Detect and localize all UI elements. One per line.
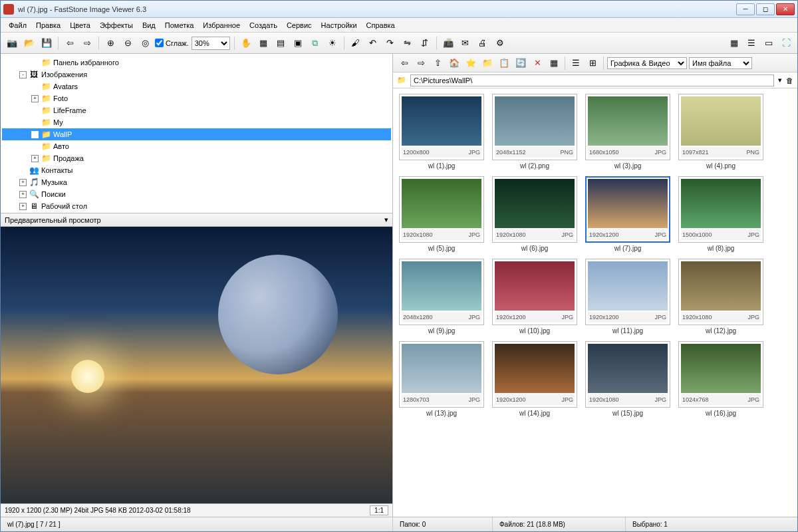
expand-icon[interactable]: + (19, 191, 27, 198)
scanner-icon[interactable]: 📠 (441, 36, 456, 51)
menu-эффекты[interactable]: Эффекты (96, 20, 137, 31)
thumbnail[interactable]: 1920x1080JPGwl (6).jpg (491, 176, 578, 252)
tree-item[interactable]: +🎵Музыка (2, 176, 391, 188)
thumbnail[interactable]: 1920x1200JPGwl (10).jpg (491, 259, 578, 334)
view-filmstrip-icon[interactable]: ▭ (761, 36, 776, 51)
tree-item[interactable]: -🖼Изображения (2, 68, 391, 80)
view-thumbnails-icon[interactable]: ▦ (727, 36, 741, 51)
menu-создать[interactable]: Создать (245, 20, 281, 31)
thumbnail[interactable]: 1920x1080JPGwl (5).jpg (398, 176, 485, 252)
home-icon[interactable]: 🏠 (447, 56, 462, 70)
next-icon[interactable]: ⇨ (80, 36, 94, 51)
crop-icon[interactable]: ▦ (256, 36, 271, 51)
tree-item[interactable]: +🖥Рабочий стол (2, 200, 391, 212)
menu-файл[interactable]: Файл (5, 20, 31, 31)
refresh-icon[interactable]: 🔄 (513, 56, 528, 70)
tree-item[interactable]: 👥Контакты (2, 164, 391, 176)
open-icon[interactable]: 📂 (22, 36, 37, 51)
menu-цвета[interactable]: Цвета (66, 20, 94, 31)
menu-правка[interactable]: Правка (32, 20, 65, 31)
thumbnail[interactable]: 2048x1152PNGwl (2).png (491, 94, 578, 170)
rotate-right-icon[interactable]: ↷ (383, 36, 398, 51)
fullscreen-icon[interactable]: ⛶ (779, 36, 793, 51)
rotate-left-icon[interactable]: ↶ (366, 36, 380, 51)
menu-справка[interactable]: Справка (362, 20, 399, 31)
expand-icon[interactable]: - (19, 71, 27, 78)
thumbnail[interactable]: 1097x821PNGwl (4).png (678, 94, 764, 170)
filter-select[interactable]: Графика & Видео (607, 57, 687, 69)
thumbnail-grid[interactable]: 1200x800JPGwl (1).jpg2048x1152PNGwl (2).… (393, 88, 797, 517)
save-icon[interactable]: 💾 (39, 36, 54, 51)
menu-настройки[interactable]: Настройки (317, 20, 361, 31)
tree-item[interactable]: 📁LifeFrame (2, 104, 391, 116)
menu-вид[interactable]: Вид (138, 20, 160, 31)
thumbnail[interactable]: 1920x1200JPGwl (11).jpg (585, 259, 671, 334)
preview-area[interactable] (1, 227, 392, 503)
path-input[interactable] (410, 74, 774, 86)
flip-v-icon[interactable]: ⇵ (418, 36, 432, 51)
expand-icon[interactable]: + (31, 95, 39, 102)
favorites-icon[interactable]: ⭐ (464, 56, 478, 70)
delete-icon[interactable]: ✕ (530, 56, 545, 70)
trash-icon[interactable]: 🗑 (786, 76, 793, 84)
email-icon[interactable]: ✉ (458, 36, 473, 51)
flip-h-icon[interactable]: ⇋ (400, 36, 415, 51)
select-all-icon[interactable]: ▦ (547, 56, 561, 70)
thumbnail[interactable]: 1280x703JPGwl (13).jpg (398, 341, 485, 417)
menu-сервис[interactable]: Сервис (283, 20, 316, 31)
thumbnail[interactable]: 1920x1200JPGwl (14).jpg (491, 341, 578, 417)
resize-icon[interactable]: ▤ (273, 36, 288, 51)
adjust-icon[interactable]: ☀ (325, 36, 340, 51)
thumbnail[interactable]: 1024x768JPGwl (16).jpg (678, 341, 764, 417)
scale-button[interactable]: 1:1 (370, 505, 388, 515)
clone-icon[interactable]: ⧉ (308, 36, 323, 51)
folder-tree[interactable]: 📁Панель избранного-🖼Изображения📁Avatars+… (1, 54, 392, 213)
back-icon[interactable]: ⇦ (397, 56, 412, 70)
tree-item[interactable]: +📁Foto (2, 92, 391, 104)
zoom-select[interactable]: 30% (192, 37, 230, 50)
list-icon[interactable]: ☰ (569, 56, 583, 70)
tree-item[interactable]: 📁WallP (2, 128, 391, 140)
expand-icon[interactable]: + (19, 203, 27, 210)
grid-icon[interactable]: ⊞ (585, 56, 600, 70)
new-folder-icon[interactable]: 📁 (480, 56, 495, 70)
view-details-icon[interactable]: ☰ (744, 36, 759, 51)
print-icon[interactable]: 🖨 (475, 36, 490, 51)
chevron-down-icon[interactable]: ▾ (384, 215, 388, 224)
thumbnail[interactable]: 1200x800JPGwl (1).jpg (398, 94, 485, 170)
smoothing-checkbox[interactable]: Сглаж. (155, 39, 189, 47)
thumbnail[interactable]: 1920x1080JPGwl (15).jpg (585, 341, 671, 417)
actual-size-icon[interactable]: ◎ (138, 36, 152, 51)
thumbnail[interactable]: 1680x1050JPGwl (3).jpg (585, 94, 671, 170)
expand-icon[interactable]: + (31, 155, 39, 162)
expand-icon[interactable]: + (19, 179, 27, 186)
tree-item[interactable]: 📁Панель избранного (2, 57, 391, 68)
close-button[interactable]: ✕ (776, 3, 795, 15)
tree-item[interactable]: +📁Продажа (2, 152, 391, 164)
maximize-button[interactable]: ◻ (756, 3, 775, 15)
up-icon[interactable]: ⇧ (430, 56, 445, 70)
copy-icon[interactable]: 📋 (497, 56, 511, 70)
sort-select[interactable]: Имя файла (689, 57, 752, 69)
menu-пометка[interactable]: Пометка (161, 20, 198, 31)
tree-item[interactable]: 📁My (2, 116, 391, 128)
zoom-out-icon[interactable]: ⊖ (120, 36, 135, 51)
thumbnail[interactable]: 1920x1200JPGwl (7).jpg (585, 176, 671, 252)
thumbnail[interactable]: 2048x1280JPGwl (9).jpg (398, 259, 485, 334)
minimize-button[interactable]: ─ (736, 3, 755, 15)
hand-icon[interactable]: ✋ (239, 36, 253, 51)
zoom-in-icon[interactable]: ⊕ (103, 36, 118, 51)
tree-item[interactable]: 📁Avatars (2, 80, 391, 92)
thumbnail[interactable]: 1920x1080JPGwl (12).jpg (678, 259, 764, 334)
dropdown-icon[interactable]: ▾ (778, 76, 782, 84)
prev-icon[interactable]: ⇦ (63, 36, 77, 51)
settings-icon[interactable]: ⚙ (493, 36, 507, 51)
tree-item[interactable]: +🔍Поиски (2, 188, 391, 200)
tree-item[interactable]: 📁Авто (2, 140, 391, 152)
draw-icon[interactable]: 🖌 (348, 36, 363, 51)
forward-icon[interactable]: ⇨ (414, 56, 428, 70)
canvas-icon[interactable]: ▣ (291, 36, 305, 51)
acquire-icon[interactable]: 📷 (5, 36, 19, 51)
thumbnail[interactable]: 1500x1000JPGwl (8).jpg (678, 176, 764, 252)
menu-избранное[interactable]: Избранное (199, 20, 244, 31)
